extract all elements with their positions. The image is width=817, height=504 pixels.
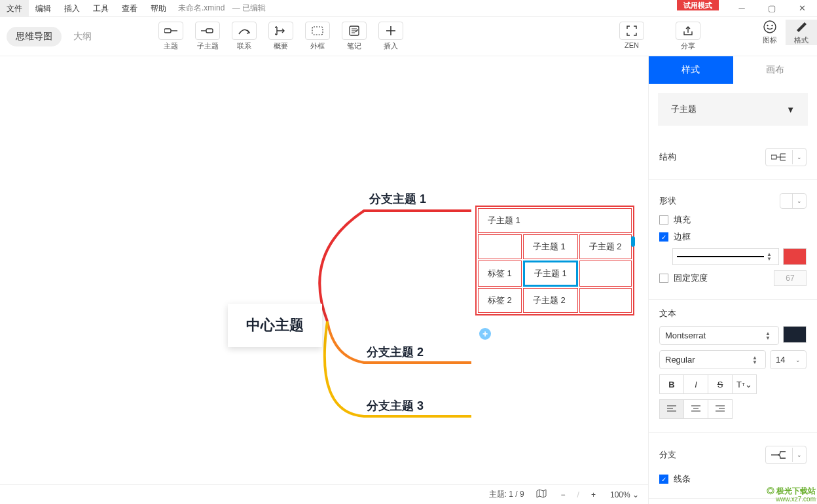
tool-zen[interactable]: ZEN [614, 22, 649, 51]
bold-button[interactable]: B [659, 374, 684, 394]
matrix-corner[interactable] [478, 234, 522, 259]
relation-icon [232, 22, 257, 40]
doc-state: — 已编辑 [227, 3, 266, 12]
tool-subtopic[interactable]: 子主题 [190, 22, 225, 51]
tool-marker[interactable]: 图标 [754, 20, 786, 45]
branch-topic-2[interactable]: 分支主题 2 [367, 344, 424, 360]
trial-mode-badge: 试用模式 [677, 0, 719, 10]
topic-type-selector[interactable]: 子主题 ▼ [658, 93, 808, 126]
font-weight-selector[interactable]: Regular▲▼ [659, 350, 766, 369]
branch-label: 分支 [659, 449, 676, 461]
topic-counter: 主题: 1 / 9 [489, 489, 524, 500]
chevron-down-icon: ⌄ [792, 194, 806, 208]
fill-checkbox[interactable] [659, 215, 668, 225]
tool-share[interactable]: 分享 [670, 22, 706, 51]
tool-relation[interactable]: 联系 [227, 22, 262, 51]
border-color-swatch[interactable] [783, 248, 807, 265]
sidebar-tab-canvas[interactable]: 画布 [733, 56, 818, 84]
svg-point-11 [764, 21, 776, 33]
zoom-out-button[interactable]: − [558, 489, 568, 501]
zoom-in-button[interactable]: + [589, 489, 598, 501]
tab-mindmap[interactable]: 思维导图 [7, 27, 62, 46]
border-label: 边框 [674, 231, 691, 243]
matrix-cell-1-2[interactable] [579, 261, 632, 287]
menu-tools[interactable]: 工具 [86, 0, 115, 17]
border-checkbox[interactable]: ✓ [659, 232, 668, 242]
font-size-selector[interactable]: 14⌄ [770, 350, 807, 369]
zoom-level[interactable]: 100% ⌄ [608, 489, 642, 501]
matrix-cell-2-2[interactable] [579, 288, 632, 313]
menu-help[interactable]: 帮助 [144, 0, 173, 17]
doc-name: 未命名.xmind [178, 3, 225, 12]
tool-format[interactable]: 格式 [786, 20, 817, 45]
matrix-col-2[interactable]: 子主题 2 [579, 234, 632, 259]
tool-insert[interactable]: 插入 [373, 22, 408, 51]
tool-note[interactable]: 笔记 [336, 22, 372, 51]
text-case-button[interactable]: TT ⌄ [732, 374, 757, 394]
matrix-cell-2-1[interactable]: 子主题 2 [523, 288, 578, 313]
branch-topic-3[interactable]: 分支主题 3 [367, 398, 424, 414]
watermark: ◎ 极光下载站 www.xz7.com [767, 487, 816, 503]
line-checkbox[interactable]: ✓ [659, 475, 668, 484]
dropdown-arrow-icon: ▼ [786, 105, 795, 115]
mindmap-canvas[interactable]: 中心主题 分支主题 1 分支主题 2 分支主题 3 子主题 1 子主题 1 子主… [0, 56, 648, 504]
italic-button[interactable]: I [683, 374, 708, 394]
border-line-selector[interactable]: ▲▼ [672, 248, 779, 265]
branch-topic-1[interactable]: 分支主题 1 [369, 191, 426, 207]
map-view-button[interactable] [534, 488, 549, 501]
document-title: 未命名.xmind — 已编辑 [173, 3, 266, 14]
fill-label: 填充 [674, 214, 691, 226]
fixed-width-checkbox[interactable] [659, 274, 668, 283]
matrix-header[interactable]: 子主题 1 [478, 208, 632, 233]
matrix-row-2-label[interactable]: 标签 2 [478, 288, 522, 313]
status-bar: 主题: 1 / 9 − / + 100% ⌄ [0, 484, 648, 504]
tool-boundary[interactable]: 外框 [300, 22, 335, 51]
text-color-swatch[interactable] [783, 326, 807, 343]
svg-rect-4 [312, 27, 323, 35]
svg-point-13 [771, 25, 772, 26]
chevron-down-icon: ⌄ [792, 150, 806, 164]
shape-label: 形状 [659, 195, 676, 207]
marker-icon [763, 20, 777, 34]
matrix-row-1-label[interactable]: 标签 1 [478, 261, 522, 287]
add-topic-button[interactable]: + [479, 328, 491, 340]
structure-selector[interactable]: ⌄ [765, 148, 807, 166]
menu-file[interactable]: 文件 [0, 0, 29, 17]
line-label: 线条 [674, 473, 691, 485]
shape-selector[interactable]: ⌄ [780, 193, 807, 209]
central-topic[interactable]: 中心主题 [228, 304, 322, 347]
branch-style-selector[interactable]: ⌄ [765, 446, 807, 464]
align-center-button[interactable] [683, 399, 708, 419]
fixed-width-input[interactable] [774, 270, 807, 286]
branch-style-icon [766, 446, 792, 463]
svg-rect-14 [771, 155, 776, 159]
align-right-button[interactable] [708, 399, 733, 419]
structure-icon [766, 149, 792, 166]
tool-topic[interactable]: 主题 [153, 22, 189, 51]
menu-edit[interactable]: 编辑 [29, 0, 58, 17]
font-family-selector[interactable]: Montserrat▲▼ [659, 326, 779, 345]
align-left-button[interactable] [659, 399, 684, 419]
summary-icon [268, 22, 293, 40]
sidebar-tab-style[interactable]: 样式 [649, 56, 733, 84]
panel-collapse-handle[interactable] [631, 236, 635, 247]
window-close[interactable]: ✕ [787, 0, 817, 17]
format-panel: 样式 画布 子主题 ▼ 结构 ⌄ 形状 ⌄ [648, 56, 817, 504]
zen-icon [619, 22, 644, 40]
strikethrough-button[interactable]: S [708, 374, 733, 394]
topic-icon [158, 22, 183, 40]
svg-rect-0 [164, 29, 171, 33]
matrix-col-1[interactable]: 子主题 1 [523, 234, 578, 259]
matrix-cell-selected[interactable]: 子主题 1 [523, 261, 578, 287]
chevron-down-icon: ⌄ [792, 448, 806, 462]
tool-summary[interactable]: 概要 [263, 22, 299, 51]
matrix-structure[interactable]: 子主题 1 子主题 1 子主题 2 标签 1 子主题 1 标签 2 子主题 2 [475, 206, 634, 315]
fixed-width-label: 固定宽度 [674, 272, 708, 284]
format-icon [794, 20, 808, 34]
tab-outline[interactable]: 大纲 [64, 27, 101, 46]
menu-insert[interactable]: 插入 [58, 0, 86, 17]
svg-point-12 [767, 25, 768, 26]
window-minimize[interactable]: ─ [727, 0, 757, 17]
window-maximize[interactable]: ▢ [757, 0, 787, 17]
menu-view[interactable]: 查看 [115, 0, 144, 17]
